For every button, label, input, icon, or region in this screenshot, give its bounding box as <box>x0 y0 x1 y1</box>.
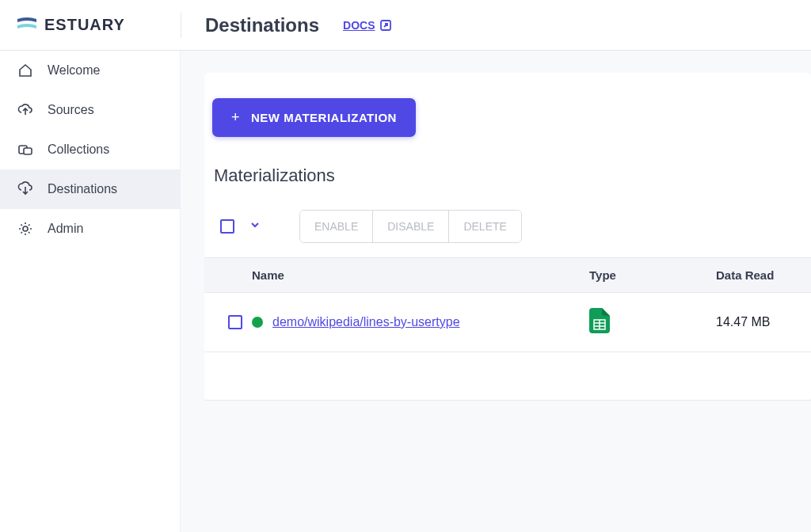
section-title: Materializations <box>214 165 811 186</box>
gear-icon <box>17 221 33 237</box>
column-header-name[interactable]: Name <box>252 268 589 282</box>
brand-logo[interactable]: ESTUARY <box>0 14 181 36</box>
sidebar-item-label: Destinations <box>48 182 117 196</box>
sidebar-item-sources[interactable]: Sources <box>0 90 180 130</box>
sidebar-item-label: Welcome <box>48 63 100 78</box>
sidebar-item-collections[interactable]: Collections <box>0 130 180 169</box>
sidebar-item-label: Admin <box>48 222 83 236</box>
cloud-download-icon <box>17 181 33 197</box>
sidebar-item-label: Sources <box>48 103 94 117</box>
brand-name: ESTUARY <box>44 16 125 34</box>
cloud-upload-icon <box>17 102 33 118</box>
sidebar: Welcome Sources Collections Destinations… <box>0 0 181 532</box>
svg-rect-2 <box>24 148 32 154</box>
page-title: Destinations <box>181 14 343 36</box>
plus-icon: + <box>231 109 240 126</box>
sidebar-item-admin[interactable]: Admin <box>0 209 180 249</box>
sidebar-item-welcome[interactable]: Welcome <box>0 51 180 90</box>
home-icon <box>17 63 33 78</box>
external-link-icon <box>379 19 392 32</box>
sidebar-item-label: Collections <box>48 142 109 157</box>
google-sheets-icon <box>589 308 610 333</box>
estuary-logo-icon <box>16 14 38 36</box>
disable-button[interactable]: DISABLE <box>373 211 449 242</box>
materialization-link[interactable]: demo/wikipedia/lines-by-usertype <box>272 315 460 329</box>
svg-point-3 <box>23 226 28 231</box>
main-content: + NEW MATERIALIZATION Materializations E… <box>181 0 811 532</box>
enable-button[interactable]: ENABLE <box>300 211 373 242</box>
docs-link[interactable]: DOCS <box>343 19 392 32</box>
delete-button[interactable]: DELETE <box>449 211 520 242</box>
new-materialization-button[interactable]: + NEW MATERIALIZATION <box>212 98 416 137</box>
new-button-label: NEW MATERIALIZATION <box>251 111 397 124</box>
data-read-value: 14.47 MB <box>716 315 811 329</box>
status-indicator <box>252 317 263 328</box>
chevron-down-icon <box>249 218 261 231</box>
column-header-type[interactable]: Type <box>589 268 716 282</box>
docs-label: DOCS <box>343 19 375 32</box>
select-all-checkbox[interactable] <box>220 219 234 234</box>
select-dropdown[interactable] <box>249 218 261 234</box>
table-row: demo/wikipedia/lines-by-usertype 14.47 M… <box>204 293 811 352</box>
database-icon <box>17 142 33 158</box>
sidebar-item-destinations[interactable]: Destinations <box>0 169 180 209</box>
column-header-data-read[interactable]: Data Read <box>716 268 811 282</box>
row-checkbox[interactable] <box>228 315 242 329</box>
materializations-table: Name Type Data Read demo/wikipedia/lines… <box>204 257 811 401</box>
